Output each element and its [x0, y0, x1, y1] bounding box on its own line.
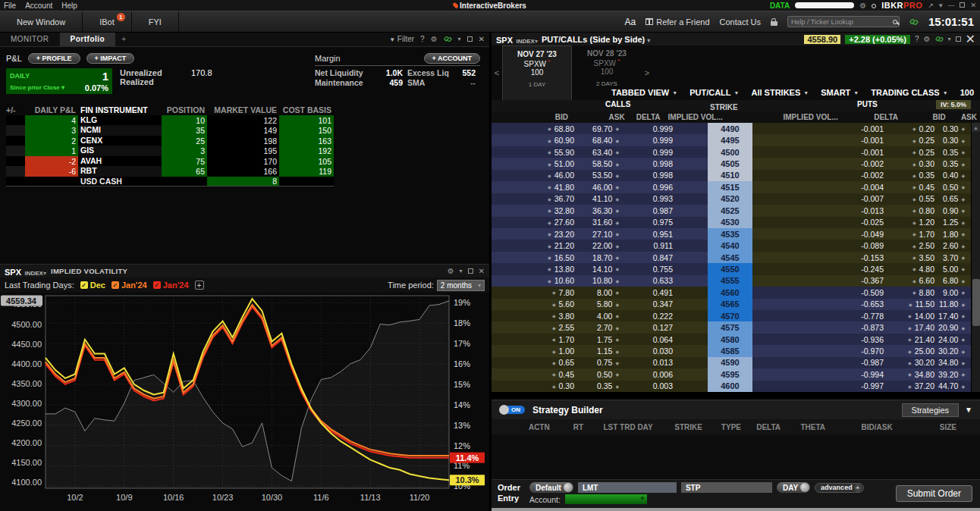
put-bid-cell[interactable]: ◆0.80 [890, 205, 941, 216]
strike-cell[interactable]: 4520 [708, 193, 752, 205]
toolbar-button-new-window[interactable]: New Window [0, 11, 83, 32]
dropdown-put-call[interactable]: PUT/CALL▼ [689, 88, 739, 97]
call-ask-cell[interactable]: 0.75◆ [580, 357, 628, 368]
col-plusminus[interactable]: +/- [6, 105, 25, 114]
put-bid-cell[interactable]: ◆0.45 [890, 181, 941, 193]
call-bid-cell[interactable]: ◆10.60 [492, 275, 580, 287]
chevron-down-icon[interactable]: ▾ [939, 2, 943, 9]
call-ask-cell[interactable]: 5.80◆ [580, 299, 628, 310]
put-bid-cell[interactable]: ◆0.30 [890, 158, 941, 169]
dropdown-tabbed-view[interactable]: TABBED VIEW▼ [611, 88, 677, 97]
put-ask-cell[interactable]: 30.20◆ [941, 345, 971, 356]
submit-order-button[interactable]: Submit Order [896, 485, 972, 502]
put-bid-cell[interactable]: ◆0.25 [890, 134, 941, 146]
call-bid-cell[interactable]: ◆55.90 [492, 146, 580, 158]
strike-cell[interactable]: 4510 [708, 170, 752, 181]
font-size-toggle[interactable]: Aa [625, 17, 636, 27]
call-bid-cell[interactable]: ◆0.30 [492, 381, 580, 392]
call-ask-cell[interactable]: 1.75◆ [580, 334, 628, 345]
put-ask-cell[interactable]: 1.25◆ [941, 217, 971, 228]
put-ask-cell[interactable]: 0.65◆ [941, 193, 971, 205]
call-ask-cell[interactable]: 8.00◆ [580, 287, 628, 298]
put-ask-cell[interactable]: 0.40◆ [941, 170, 971, 181]
call-ask-cell[interactable]: 2.70◆ [580, 321, 628, 333]
profile-button[interactable]: + PROFILE [28, 53, 80, 64]
checkbox-icon[interactable]: ✓ [80, 281, 88, 289]
pin-icon[interactable]: ↗ [928, 2, 934, 9]
add-series-button[interactable]: + [195, 281, 204, 290]
put-bid-cell[interactable]: ◆8.80 [890, 287, 941, 298]
chevron-down-icon[interactable]: ▾ [458, 36, 461, 42]
menu-file[interactable]: File [4, 2, 16, 10]
funnel-icon[interactable]: ▼ [965, 406, 972, 414]
put-ask-cell[interactable]: 1.80◆ [941, 228, 971, 240]
row-expander[interactable] [6, 125, 25, 136]
call-bid-cell[interactable]: ◆23.20 [492, 228, 580, 240]
put-ask-cell[interactable]: 6.80◆ [941, 275, 971, 287]
legend-item-2[interactable]: ✓Jan'24 [153, 281, 189, 290]
call-bid-cell[interactable]: ◆60.90 [492, 134, 580, 146]
call-bid-cell[interactable]: ◆0.45 [492, 368, 580, 380]
table-row[interactable]: 1GIS3195192 [6, 146, 334, 156]
close-icon[interactable]: ✕ [479, 267, 485, 275]
call-bid-cell[interactable]: ◆2.55 [492, 321, 580, 333]
expand-icon[interactable] [468, 268, 473, 274]
row-expander[interactable] [6, 136, 25, 146]
row-expander[interactable] [6, 156, 25, 167]
gear-icon[interactable]: ⚙ [924, 35, 931, 43]
call-bid-cell[interactable]: ◆3.80 [492, 310, 580, 321]
put-bid-cell[interactable]: ◆3.50 [890, 252, 941, 263]
row-expander[interactable] [6, 166, 25, 177]
strike-cell[interactable]: 4590 [708, 357, 752, 368]
toolbar-button-fyi[interactable]: FYI [132, 11, 179, 32]
call-ask-cell[interactable]: 31.60◆ [580, 217, 628, 228]
call-ask-cell[interactable]: 46.00◆ [580, 181, 628, 193]
option-symbol-dropdown[interactable]: SPX INDEX▾ [496, 33, 538, 46]
col-fin-instrument[interactable]: FIN INSTRUMENT [78, 105, 162, 114]
call-ask-cell[interactable]: 69.70◆ [580, 123, 628, 134]
strike-cell[interactable]: 4565 [708, 299, 752, 310]
call-ask-cell[interactable]: 68.40◆ [580, 134, 628, 146]
checkbox-icon[interactable]: ✓ [112, 281, 119, 289]
gear-icon[interactable]: ⚙ [431, 35, 438, 43]
put-bid-cell[interactable]: ◆0.25 [890, 146, 941, 158]
put-ask-cell[interactable]: 0.35◆ [941, 146, 971, 158]
call-bid-cell[interactable]: ◆36.70 [492, 193, 580, 205]
put-bid-cell[interactable]: ◆14.00 [890, 310, 941, 321]
put-ask-cell[interactable]: 2.60◆ [941, 240, 971, 251]
search-icon[interactable] [872, 2, 876, 10]
call-ask-cell[interactable]: 22.00◆ [580, 240, 628, 251]
put-bid-cell[interactable]: ◆17.40 [890, 321, 941, 333]
col-market-value[interactable]: MARKET VALUE [207, 105, 279, 114]
help-icon[interactable]: ? [420, 35, 425, 43]
tab-portfolio[interactable]: Portfolio [60, 33, 116, 46]
put-ask-cell[interactable]: 9.00◆ [941, 287, 971, 298]
account-select[interactable] [565, 494, 647, 504]
dropdown-all-strikes[interactable]: All STRIKES▼ [751, 88, 809, 97]
strike-cell[interactable]: 4535 [708, 228, 752, 240]
chain-scrollbar[interactable]: ▲ [971, 123, 980, 392]
impact-button[interactable]: + IMPACT [86, 53, 135, 64]
put-bid-cell[interactable]: ◆21.40 [890, 334, 941, 345]
cash-row[interactable]: USD CASH 8 [6, 177, 334, 187]
call-bid-cell[interactable]: ◆51.00 [492, 158, 580, 169]
table-row[interactable]: -6RBT65166119 [6, 166, 334, 177]
scroll-up-arrow[interactable]: ▲ [972, 123, 980, 132]
strike-cell[interactable]: 4585 [708, 345, 752, 356]
strike-cell[interactable]: 4530 [708, 217, 752, 228]
col-put-bid[interactable]: BID [904, 113, 952, 121]
strike-cell[interactable]: 4515 [708, 181, 752, 193]
put-ask-cell[interactable]: 3.70◆ [941, 252, 971, 263]
call-ask-cell[interactable]: 58.50◆ [580, 158, 628, 169]
expand-icon[interactable] [467, 36, 473, 42]
close-button[interactable]: ✕ [970, 2, 976, 9]
call-bid-cell[interactable]: ◆5.60 [492, 299, 580, 310]
put-bid-cell[interactable]: ◆34.80 [890, 368, 941, 380]
advanced-toggle[interactable]: advanced [815, 483, 864, 493]
checkbox-icon[interactable]: ✓ [153, 281, 161, 289]
put-ask-cell[interactable]: 0.30◆ [941, 134, 971, 146]
toolbar-button-ibot[interactable]: IBot1 [83, 11, 132, 32]
preset-toggle[interactable]: Default [529, 482, 573, 493]
col-put-iv[interactable]: IMPLIED VOL... [775, 113, 847, 121]
gear-icon[interactable]: ⚙ [448, 267, 454, 275]
